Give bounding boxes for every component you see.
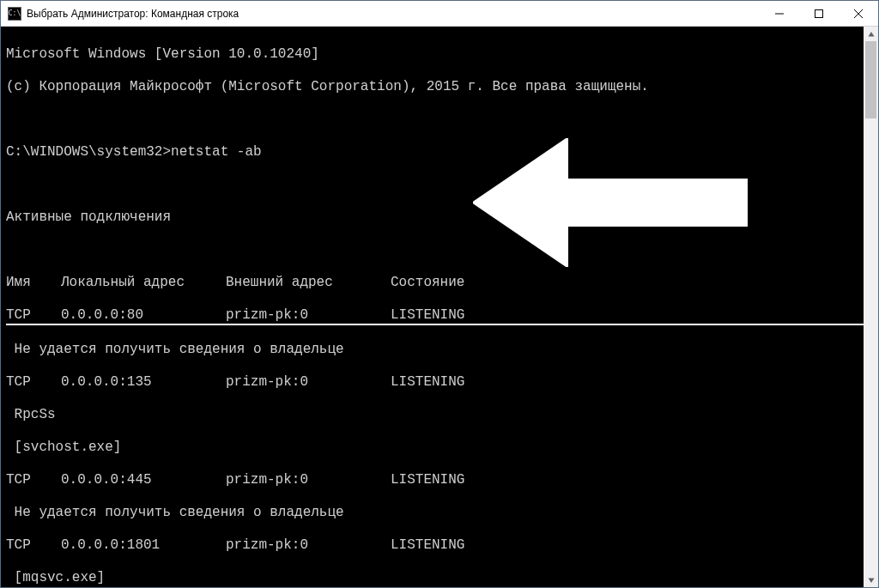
scrollbar-track[interactable] <box>864 41 878 573</box>
owner-line: Не удается получить сведения о владельце <box>6 505 864 521</box>
banner-line: (c) Корпорация Майкрософт (Microsoft Cor… <box>6 79 864 95</box>
window-title: Выбрать Администратор: Командная строка <box>27 8 760 20</box>
terminal-output[interactable]: Microsoft Windows [Version 10.0.10240] (… <box>1 27 864 587</box>
titlebar[interactable]: C:\ Выбрать Администратор: Командная стр… <box>1 1 878 27</box>
cmd-window: C:\ Выбрать Администратор: Командная стр… <box>0 0 879 588</box>
cell-proto: TCP <box>6 537 61 554</box>
col-proto-header: Имя <box>6 275 61 291</box>
col-local-header: Локальный адрес <box>61 275 226 291</box>
cell-foreign: prizm-pk:0 <box>226 537 391 554</box>
terminal-area: Microsoft Windows [Version 10.0.10240] (… <box>1 27 878 587</box>
prompt-line: C:\WINDOWS\system32>netstat -ab <box>6 144 864 161</box>
blank-line <box>6 177 864 193</box>
blank-line <box>6 112 864 128</box>
cell-proto: TCP <box>6 307 61 324</box>
scrollbar-thumb[interactable] <box>865 41 876 118</box>
owner-line: Не удается получить сведения о владельце <box>6 342 864 358</box>
netstat-row: TCP0.0.0.0:135prizm-pk:0LISTENING <box>6 374 864 391</box>
cell-local: 0.0.0.0:80 <box>61 307 226 324</box>
cell-state: LISTENING <box>391 537 511 554</box>
svg-marker-5 <box>868 32 874 37</box>
minimize-button[interactable] <box>760 1 799 26</box>
cmd-icon: C:\ <box>8 7 21 21</box>
cell-local: 0.0.0.0:1801 <box>61 537 226 554</box>
prompt-command: netstat -ab <box>171 144 262 160</box>
columns-header: ИмяЛокальный адресВнешний адресСостояние <box>6 275 864 291</box>
cell-state: LISTENING <box>391 307 511 324</box>
maximize-button[interactable] <box>799 1 839 26</box>
prompt-path: C:\WINDOWS\system32> <box>6 144 171 160</box>
scroll-down-button[interactable] <box>864 573 878 587</box>
section-title: Активные подключения <box>6 209 864 226</box>
netstat-row-highlighted: TCP0.0.0.0:80prizm-pk:0LISTENING <box>6 307 864 325</box>
cell-proto: TCP <box>6 472 61 488</box>
owner-line: [mqsvc.exe] <box>6 570 864 586</box>
scroll-up-button[interactable] <box>864 27 878 41</box>
svg-marker-6 <box>868 578 874 583</box>
col-foreign-header: Внешний адрес <box>226 275 391 291</box>
cell-foreign: prizm-pk:0 <box>226 374 391 391</box>
window-controls <box>760 1 878 26</box>
vertical-scrollbar[interactable] <box>864 27 878 587</box>
col-state-header: Состояние <box>391 275 511 291</box>
owner-line: RpcSs <box>6 407 864 423</box>
netstat-row: TCP0.0.0.0:445prizm-pk:0LISTENING <box>6 472 864 488</box>
cell-foreign: prizm-pk:0 <box>226 472 391 488</box>
cell-local: 0.0.0.0:445 <box>61 472 226 488</box>
banner-line: Microsoft Windows [Version 10.0.10240] <box>6 46 864 63</box>
svg-rect-1 <box>815 9 823 17</box>
cell-state: LISTENING <box>391 472 511 488</box>
cell-state: LISTENING <box>391 374 511 391</box>
cell-local: 0.0.0.0:135 <box>61 374 226 391</box>
cell-proto: TCP <box>6 374 61 391</box>
netstat-row: TCP0.0.0.0:1801prizm-pk:0LISTENING <box>6 537 864 554</box>
blank-line <box>6 242 864 258</box>
cell-foreign: prizm-pk:0 <box>226 307 391 324</box>
owner-line: [svchost.exe] <box>6 439 864 456</box>
close-button[interactable] <box>839 1 878 26</box>
